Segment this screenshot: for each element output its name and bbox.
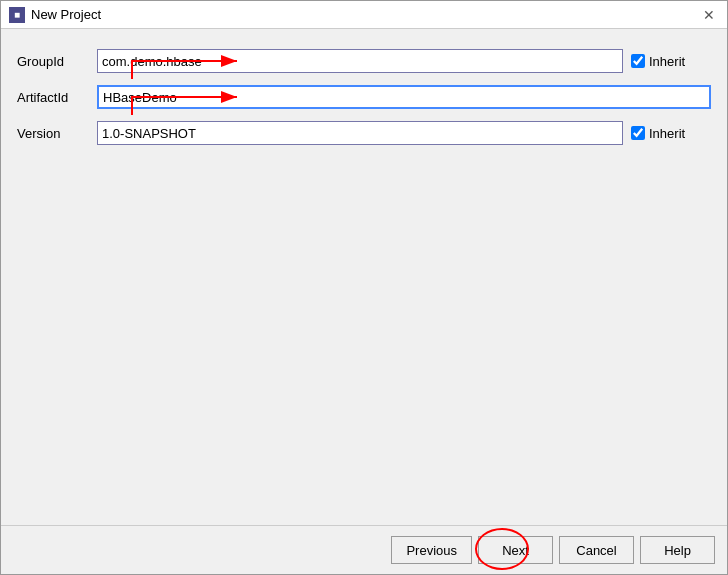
title-bar: ■ New Project ✕ bbox=[1, 1, 727, 29]
groupid-label: GroupId bbox=[17, 54, 97, 69]
version-input[interactable] bbox=[97, 121, 623, 145]
groupid-inherit-checkbox[interactable] bbox=[631, 54, 645, 68]
artifactid-row: ArtifactId bbox=[17, 85, 711, 109]
artifactid-input[interactable] bbox=[97, 85, 711, 109]
artifactid-label: ArtifactId bbox=[17, 90, 97, 105]
dialog-icon: ■ bbox=[9, 7, 25, 23]
groupid-input[interactable] bbox=[97, 49, 623, 73]
version-row: Version Inherit bbox=[17, 121, 711, 145]
form-area: GroupId Inherit ArtifactId bbox=[17, 49, 711, 145]
version-label: Version bbox=[17, 126, 97, 141]
groupid-row: GroupId Inherit bbox=[17, 49, 711, 73]
close-button[interactable]: ✕ bbox=[699, 5, 719, 25]
version-inherit-checkbox[interactable] bbox=[631, 126, 645, 140]
version-inherit-area: Inherit bbox=[631, 126, 711, 141]
form-content: GroupId Inherit ArtifactId bbox=[1, 29, 727, 525]
dialog-footer: Previous Next Cancel Help bbox=[1, 525, 727, 574]
version-inherit-label: Inherit bbox=[649, 126, 685, 141]
next-button[interactable]: Next bbox=[478, 536, 553, 564]
new-project-dialog: ■ New Project ✕ GroupId Inherit bbox=[0, 0, 728, 575]
previous-button[interactable]: Previous bbox=[391, 536, 472, 564]
cancel-button[interactable]: Cancel bbox=[559, 536, 634, 564]
title-bar-left: ■ New Project bbox=[9, 7, 101, 23]
groupid-inherit-label: Inherit bbox=[649, 54, 685, 69]
dialog-title: New Project bbox=[31, 7, 101, 22]
groupid-inherit-area: Inherit bbox=[631, 54, 711, 69]
help-button[interactable]: Help bbox=[640, 536, 715, 564]
